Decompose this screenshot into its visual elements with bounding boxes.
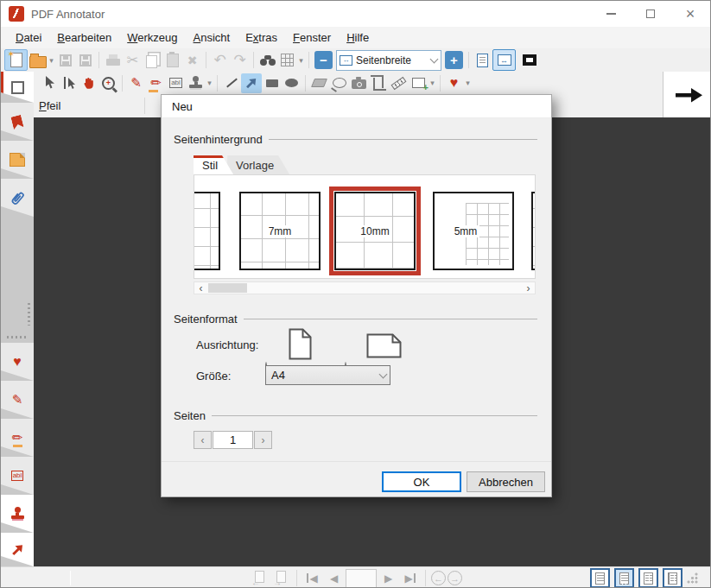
- two-page-layout-button[interactable]: [663, 568, 682, 588]
- line-tool[interactable]: [221, 73, 241, 93]
- hand-icon: [82, 76, 96, 90]
- pan-tool[interactable]: [79, 73, 98, 93]
- image-dropdown[interactable]: ▾: [429, 79, 436, 87]
- previous-marked-page-button[interactable]: ←: [250, 568, 270, 588]
- fullscreen-button[interactable]: [519, 50, 539, 70]
- scrollbar-thumb[interactable]: [208, 283, 247, 293]
- snap-dropdown[interactable]: ▾: [297, 56, 305, 65]
- continuous-layout-button[interactable]: [614, 568, 634, 588]
- select-tool[interactable]: [39, 73, 59, 93]
- ok-button[interactable]: OK: [382, 471, 461, 492]
- pages-value[interactable]: 1: [213, 431, 253, 449]
- two-page-continuous-layout-button[interactable]: [638, 568, 658, 588]
- next-page-button[interactable]: ▶: [378, 568, 398, 588]
- new-document-button[interactable]: ✶: [4, 49, 28, 71]
- sidebar-tab-textbox[interactable]: abl: [1, 457, 34, 495]
- forward-view-button[interactable]: →: [448, 571, 462, 585]
- previous-page-button[interactable]: ◀: [324, 568, 344, 588]
- page-number-input[interactable]: [346, 569, 377, 588]
- next-marked-page-button[interactable]: →: [271, 568, 291, 588]
- zoom-tool[interactable]: +: [98, 73, 118, 93]
- stamp-tool[interactable]: [186, 73, 206, 93]
- delete-button[interactable]: ✖: [182, 50, 202, 70]
- stamp-dropdown[interactable]: ▾: [206, 79, 213, 87]
- first-page-button[interactable]: ◀: [302, 568, 322, 588]
- style-thumb-7mm[interactable]: 7mm: [239, 192, 321, 270]
- dialog-titlebar: Neu: [162, 95, 551, 118]
- pages-increment-button[interactable]: ›: [254, 431, 272, 449]
- snap-to-grid-button[interactable]: [277, 50, 297, 70]
- paste-button[interactable]: [162, 50, 182, 70]
- arrow-tool[interactable]: [241, 73, 262, 93]
- sidebar-tab-attachments[interactable]: [1, 179, 34, 217]
- sidebar-tab-arrow[interactable]: [1, 533, 34, 566]
- crop-tool[interactable]: [369, 73, 389, 93]
- menu-hilfe[interactable]: Hilfe: [339, 28, 377, 47]
- menu-werkzeug[interactable]: Werkzeug: [119, 28, 185, 47]
- open-button[interactable]: [28, 50, 48, 70]
- zoom-in-button[interactable]: +: [445, 51, 463, 69]
- snapshot-tool[interactable]: [349, 73, 369, 93]
- style-thumb-partial-right[interactable]: [531, 192, 536, 270]
- menu-ansicht[interactable]: Ansicht: [186, 28, 238, 47]
- insert-image-tool[interactable]: [409, 73, 429, 93]
- undo-button[interactable]: ↶: [210, 50, 230, 70]
- measure-tool[interactable]: [389, 73, 409, 93]
- close-button[interactable]: ×: [670, 1, 710, 27]
- highlighter-tool[interactable]: ✏: [146, 73, 166, 93]
- ellipse-tool[interactable]: [282, 73, 302, 93]
- menu-datei[interactable]: Datei: [8, 28, 49, 47]
- menu-extras[interactable]: Extras: [238, 28, 285, 47]
- scroll-left-button[interactable]: ‹: [194, 282, 207, 294]
- redo-button[interactable]: ↷: [230, 50, 250, 70]
- window-resize-grip[interactable]: [687, 572, 698, 584]
- style-preview-panel[interactable]: [663, 72, 711, 117]
- cut-button[interactable]: ✂: [123, 50, 143, 70]
- sidebar-tab-bookmarks[interactable]: [1, 103, 34, 141]
- copy-button[interactable]: [143, 50, 162, 70]
- cancel-button[interactable]: Abbrechen: [467, 471, 545, 492]
- tab-vorlage[interactable]: Vorlage: [227, 155, 289, 174]
- zoom-combobox-chevron[interactable]: [427, 51, 441, 70]
- favorites-button[interactable]: ♥: [444, 73, 464, 93]
- sidebar-tab-pages[interactable]: [1, 72, 34, 103]
- style-thumb-partial-left[interactable]: [194, 192, 220, 270]
- sidebar-tab-favorites[interactable]: ♥: [1, 343, 34, 381]
- lasso-tool[interactable]: [329, 73, 349, 93]
- eraser-tool[interactable]: [309, 73, 329, 93]
- pages-decrement-button[interactable]: ‹: [194, 431, 212, 449]
- fit-width-button[interactable]: ↔: [492, 49, 516, 71]
- scroll-right-button[interactable]: ›: [522, 282, 535, 294]
- page-size-select[interactable]: A4: [265, 365, 390, 385]
- styles-scrollbar[interactable]: ‹ ›: [194, 281, 536, 294]
- pen-tool[interactable]: ✎: [126, 73, 146, 93]
- menu-bearbeiten[interactable]: Bearbeiten: [49, 28, 119, 47]
- fit-page-button[interactable]: [473, 50, 492, 70]
- minimize-button[interactable]: [591, 1, 631, 27]
- open-dropdown[interactable]: ▾: [48, 56, 55, 65]
- sidebar-tab-annotations[interactable]: [1, 141, 34, 179]
- sidebar-tab-pen[interactable]: ✎: [1, 381, 34, 419]
- find-button[interactable]: [257, 50, 277, 70]
- zoom-level-combobox[interactable]: ↔ Seitenbreite: [336, 50, 441, 71]
- back-view-button[interactable]: ←: [431, 571, 446, 585]
- textbox-tool[interactable]: abl: [166, 73, 186, 93]
- style-thumb-5mm[interactable]: 5mm: [433, 192, 514, 270]
- print-button[interactable]: [103, 50, 123, 70]
- save-as-button[interactable]: [75, 50, 95, 70]
- favorites-dropdown[interactable]: ▾: [464, 79, 472, 87]
- sidebar-resize-grip[interactable]: [28, 303, 30, 326]
- save-button[interactable]: [55, 50, 75, 70]
- rectangle-tool[interactable]: [262, 73, 282, 93]
- sidebar-tab-highlighter[interactable]: ✏: [1, 419, 34, 457]
- last-page-button[interactable]: ▶: [400, 568, 420, 588]
- text-select-tool[interactable]: [59, 73, 79, 93]
- sidebar-tab-stamp[interactable]: [1, 495, 34, 533]
- single-page-layout-button[interactable]: [590, 568, 610, 588]
- toolgroup-grip[interactable]: [7, 336, 28, 338]
- zoom-out-button[interactable]: −: [314, 51, 333, 69]
- maximize-button[interactable]: [631, 1, 670, 27]
- ruler-icon: [391, 76, 407, 89]
- menu-fenster[interactable]: Fenster: [285, 28, 339, 47]
- style-thumb-10mm[interactable]: 10mm: [334, 192, 416, 270]
